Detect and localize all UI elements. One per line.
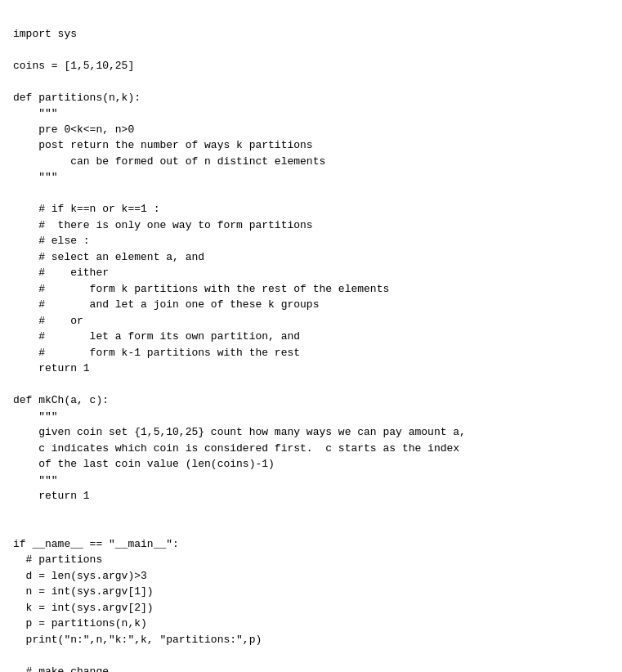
code-line: # if k==n or k==1 :: [13, 201, 609, 217]
code-line: # there is only one way to form partitio…: [13, 217, 609, 234]
code-line: k = int(sys.argv[2]): [13, 600, 609, 616]
code-line: # let a form its own partition, and: [13, 329, 609, 345]
code-line: d = len(sys.argv)>3: [13, 568, 609, 585]
code-line: return 1: [13, 488, 609, 504]
code-line: [13, 74, 609, 90]
code-line: # make change: [13, 664, 609, 673]
code-line: given coin set {1,5,10,25} count how man…: [13, 424, 609, 441]
code-line: of the last coin value (len(coins)-1): [13, 456, 609, 473]
code-line: """: [13, 473, 609, 489]
code-line: [13, 504, 609, 521]
code-line: # select an element a, and: [13, 249, 609, 266]
code-line: return 1: [13, 361, 609, 377]
code-editor: import sys coins = [1,5,10,25] def parti…: [13, 10, 609, 672]
code-line: p = partitions(n,k): [13, 616, 609, 632]
code-line: def mkCh(a, c):: [13, 392, 609, 409]
code-line: [13, 42, 609, 58]
code-line: coins = [1,5,10,25]: [13, 58, 609, 74]
code-line: [13, 647, 609, 664]
code-line: [13, 377, 609, 393]
code-line: print("n:",n,"k:",k, "partitions:",p): [13, 632, 609, 648]
code-line: # either: [13, 265, 609, 281]
code-line: # form k partitions with the rest of the…: [13, 281, 609, 298]
code-line: import sys: [13, 26, 609, 43]
code-line: # partitions: [13, 552, 609, 568]
code-line: # and let a join one of these k groups: [13, 297, 609, 313]
code-line: post return the number of ways k partiti…: [13, 137, 609, 154]
code-line: # else :: [13, 233, 609, 249]
code-line: pre 0<k<=n, n>0: [13, 122, 609, 138]
code-line: """: [13, 169, 609, 186]
code-line: [13, 186, 609, 202]
code-line: can be formed out of n distinct elements: [13, 154, 609, 170]
code-line: def partitions(n,k):: [13, 90, 609, 106]
code-line: [13, 520, 609, 536]
code-line: c indicates which coin is considered fir…: [13, 441, 609, 457]
code-line: """: [13, 105, 609, 122]
code-line: # form k-1 partitions with the rest: [13, 345, 609, 361]
code-line: n = int(sys.argv[1]): [13, 584, 609, 600]
code-line: if __name__ == "__main__":: [13, 536, 609, 553]
code-line: """: [13, 409, 609, 425]
code-line: # or: [13, 313, 609, 329]
